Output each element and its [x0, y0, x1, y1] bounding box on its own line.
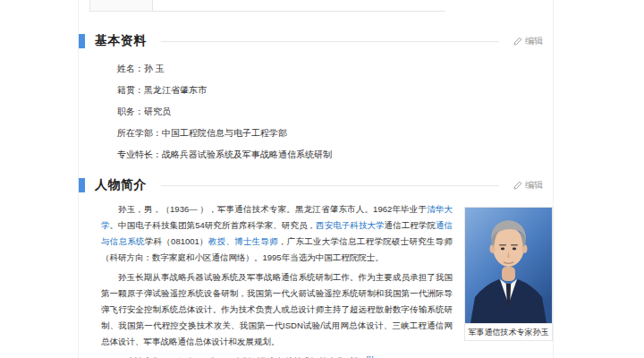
section-divider [161, 41, 499, 42]
field-value: 黑龙江省肇东市 [144, 85, 207, 95]
article-content-column: 基本资料 编辑 姓名：孙 玉籍贯：黑龙江省肇东市职务：研究员所在学部：中国工程院… [78, 0, 554, 358]
field-value: 战略兵器试验系统及军事战略通信系统研制 [162, 149, 332, 159]
info-field-row: 职务：研究员 [117, 101, 553, 123]
bio-paragraph: 发表论文和撰写报告100余篇，出版《数字复接技术》等专著6部。[1] [101, 354, 553, 358]
field-label: 专业特长： [117, 149, 162, 159]
section-marker-icon [79, 178, 85, 192]
pencil-icon [513, 37, 522, 46]
info-field-row: 专业特长：战略兵器试验系统及军事战略通信系统研制 [117, 144, 553, 166]
edit-bio-button[interactable]: 编辑 [513, 179, 543, 192]
inline-link[interactable]: 教授 [208, 236, 226, 246]
field-label: 职务： [117, 107, 144, 116]
section-divider [161, 185, 499, 186]
inline-link[interactable]: 博士生导师 [234, 236, 278, 246]
field-value: 研究员 [144, 107, 171, 116]
field-label: 籍贯： [117, 85, 144, 95]
portrait-figure: 军事通信技术专家孙玉 [464, 207, 553, 341]
pencil-icon [513, 181, 522, 190]
info-field-row: 姓名：孙 玉 [117, 58, 553, 80]
section-header-bio: 人物简介 编辑 [79, 176, 553, 194]
field-label: 姓名： [117, 64, 144, 73]
info-field-row: 籍贯：黑龙江省肇东市 [117, 80, 553, 101]
baike-article-page: 基本资料 编辑 姓名：孙 玉籍贯：黑龙江省肇东市职务：研究员所在学部：中国工程院… [0, 0, 644, 358]
section-title-basic: 基本资料 [95, 33, 147, 49]
section-header-basic: 基本资料 编辑 [79, 32, 553, 50]
basic-fields: 姓名：孙 玉籍贯：黑龙江省肇东市职务：研究员所在学部：中国工程院信息与电子工程学… [117, 58, 553, 166]
edit-label: 编辑 [525, 179, 543, 192]
inline-link[interactable]: 、 [225, 236, 234, 246]
field-label: 所在学部： [117, 128, 162, 138]
text-segment: 孙玉，男，（1936— ），军事通信技术专家。黑龙江省肇东市人。1962年毕业于 [118, 204, 427, 214]
inline-link[interactable]: 西安电子科技大学 [316, 220, 384, 230]
section-title-bio: 人物简介 [95, 177, 147, 193]
text-segment: 学科（081001） [145, 236, 208, 246]
field-value: 孙 玉 [144, 64, 165, 73]
bio-body: 军事通信技术专家孙玉 孙玉，男，（1936— ），军事通信技术专家。黑龙江省肇东… [79, 201, 553, 358]
photo-caption: 军事通信技术专家孙玉 [465, 323, 552, 340]
section-marker-icon [79, 34, 85, 48]
text-segment: 。中国电子科技集团第54研究所首席科学家、研究员， [110, 220, 317, 230]
text-segment: 通信工程学院 [385, 220, 436, 230]
edit-basic-button[interactable]: 编辑 [513, 35, 543, 47]
edit-label: 编辑 [525, 35, 543, 47]
text-segment: 孙玉长期从事战略兵器试验系统及军事战略通信系统研制工作。作为主要成员承担了我国第… [101, 272, 453, 346]
field-value: 中国工程院信息与电子工程学部 [162, 128, 287, 138]
info-field-row: 所在学部：中国工程院信息与电子工程学部 [117, 123, 553, 144]
portrait-photo[interactable] [465, 208, 552, 323]
